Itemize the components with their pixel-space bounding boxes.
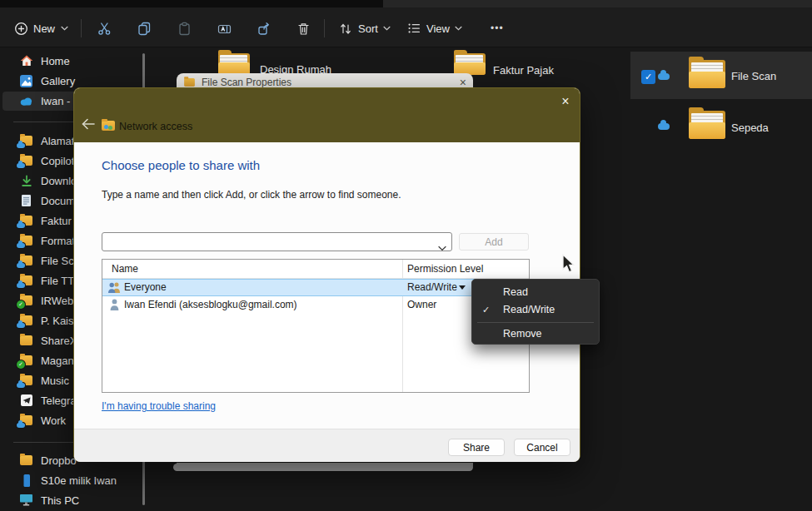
sidebar-item-s10e-phone[interactable]: S10e milik Iwan	[0, 470, 142, 490]
checkmark-icon: ✓	[482, 301, 490, 318]
row-permission: Owner	[407, 299, 436, 310]
delete-button[interactable]	[291, 17, 316, 39]
rename-icon	[217, 21, 232, 36]
network-folder-icon	[102, 121, 115, 131]
folder-cloud-icon	[19, 374, 33, 387]
file-label[interactable]: Sepeda	[731, 122, 769, 134]
cloud-sync-icon	[658, 123, 670, 130]
folder-cloud-icon	[19, 154, 33, 167]
sidebar-item-label: Home	[41, 55, 70, 67]
folder-icon	[689, 60, 725, 88]
sidebar-item-label: Dropbo	[41, 454, 77, 467]
paste-button[interactable]	[172, 17, 197, 39]
folder-cloud-icon	[19, 234, 33, 247]
column-header-name: Name	[112, 263, 138, 275]
menu-item-remove[interactable]: Remove	[472, 325, 599, 342]
sort-button[interactable]: Sort	[333, 17, 396, 39]
rename-button[interactable]	[212, 17, 237, 39]
folder-icon	[19, 334, 33, 347]
sidebar-item-label: S10e milik Iwan	[41, 474, 117, 487]
menu-separator	[477, 322, 594, 323]
share-button[interactable]: Share	[448, 439, 505, 456]
person-icon	[110, 299, 119, 313]
folder-cloud-icon	[19, 254, 33, 267]
sidebar-item-this-pc[interactable]: This PC	[0, 490, 142, 510]
folder-cloud-icon	[19, 314, 33, 327]
more-options-button[interactable]: •••	[486, 17, 509, 39]
dialog-header: × Network access	[74, 88, 580, 142]
permission-context-menu: Read ✓ Read/Write Remove	[471, 279, 600, 345]
sidebar-item-label: Faktur	[41, 215, 72, 227]
permission-dropdown-icon[interactable]	[459, 285, 466, 290]
folder-cloud-icon	[19, 214, 33, 227]
sidebar-item-label: Music	[41, 375, 69, 387]
back-arrow-button[interactable]	[81, 118, 97, 131]
onedrive-cloud-icon	[19, 94, 33, 107]
copy-button[interactable]	[132, 17, 157, 39]
chevron-down-icon	[455, 21, 463, 36]
active-tab[interactable]	[0, 0, 383, 7]
dialog-title: Network access	[119, 121, 192, 132]
file-label[interactable]: Faktur Pajak	[493, 64, 554, 77]
sidebar-item-label: Work	[41, 414, 66, 427]
sidebar-item-label: Downlo	[41, 175, 77, 187]
sidebar-item-home[interactable]: Home	[0, 51, 142, 71]
name-input[interactable]	[106, 234, 434, 251]
table-row-owner[interactable]: Iwan Efendi (aksesblogku@gmail.com) Owne…	[102, 296, 529, 314]
dialog-footer: Share Cancel	[74, 429, 580, 462]
document-icon	[19, 194, 33, 207]
command-bar: New	[0, 7, 812, 47]
network-access-dialog: × Network access Choose people to share …	[73, 87, 580, 462]
cancel-button[interactable]: Cancel	[514, 439, 570, 456]
table-header: Name Permission Level	[102, 260, 529, 279]
combobox-dropdown-icon[interactable]	[438, 240, 446, 255]
add-button[interactable]: Add	[459, 233, 529, 251]
column-header-permission: Permission Level	[407, 263, 483, 275]
sidebar-item-label: P. Kais	[41, 315, 74, 327]
trash-icon	[296, 21, 311, 36]
row-name: Iwan Efendi (aksesblogku@gmail.com)	[124, 299, 297, 310]
plus-circle-icon	[13, 21, 28, 36]
view-button[interactable]: View	[401, 17, 468, 39]
sidebar-item-label: Docum	[41, 195, 75, 207]
horizontal-scrollbar[interactable]	[173, 464, 473, 471]
sidebar-item-label: File TT	[41, 275, 74, 287]
sort-label: Sort	[358, 22, 378, 35]
menu-item-read[interactable]: Read	[472, 284, 599, 300]
sidebar-item-label: This PC	[41, 494, 79, 507]
cloud-sync-icon	[658, 73, 670, 80]
cut-button[interactable]	[92, 17, 117, 39]
toolbar-separator	[81, 19, 82, 37]
file-checkbox[interactable]	[641, 70, 655, 84]
gallery-icon	[19, 74, 33, 87]
folder-check-icon	[19, 294, 33, 307]
download-icon	[19, 174, 33, 187]
table-row-everyone[interactable]: Everyone Read/Write	[102, 279, 529, 296]
new-button[interactable]: New	[8, 17, 73, 39]
toolbar-separator	[324, 19, 325, 37]
sidebar-item-label: Gallery	[41, 75, 75, 87]
trouble-sharing-link[interactable]: I'm having trouble sharing	[102, 400, 216, 412]
share-button-toolbar[interactable]	[252, 17, 276, 39]
more-icon: •••	[491, 22, 504, 34]
folder-cloud-icon	[19, 274, 33, 287]
row-name: Everyone	[124, 281, 167, 293]
file-explorer-window: New	[0, 0, 812, 511]
folder-icon	[689, 111, 725, 139]
sidebar-item-label: Alamat	[41, 135, 74, 147]
sort-icon	[338, 21, 353, 36]
menu-item-read-write[interactable]: ✓ Read/Write	[472, 301, 599, 318]
file-label[interactable]: File Scan	[731, 70, 776, 82]
folder-icon	[218, 53, 250, 75]
telegram-icon	[19, 394, 33, 407]
home-icon	[19, 54, 33, 67]
name-combobox[interactable]	[102, 232, 452, 251]
tab-strip	[0, 0, 812, 7]
sidebar-item-label: Copilot	[41, 155, 74, 167]
close-button[interactable]: ×	[557, 93, 574, 110]
group-users-icon	[107, 281, 122, 295]
sidebar-item-label: Iwan -	[41, 95, 70, 107]
sidebar-item-label: IRWeb.	[41, 295, 77, 307]
folder-cloud-icon	[19, 134, 33, 147]
folder-cloud-icon	[19, 414, 33, 427]
